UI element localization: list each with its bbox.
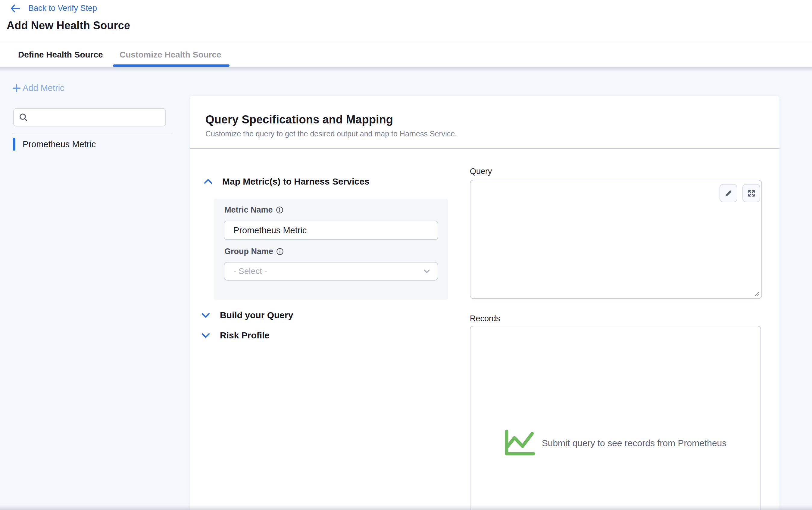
panel-subheading: Customize the query to get the desired o… [205,129,457,138]
tab-customize-health-source[interactable]: Customize Health Source [120,42,221,67]
info-icon[interactable] [276,248,284,255]
section-build-your-query-label: Build your Query [220,310,293,320]
section-risk-profile-label: Risk Profile [220,330,269,340]
arrow-left-icon [10,4,21,13]
metric-item-label: Prometheus Metric [23,140,96,149]
add-metric-label: Add Metric [23,83,64,93]
sidebar-divider [13,134,172,134]
records-empty-text: Submit query to see records from Prometh… [542,438,727,448]
metric-search-box [13,108,166,126]
expand-arrows-icon [747,189,756,198]
records-label: Records [470,314,500,323]
sidebar-item-prometheus-metric[interactable]: Prometheus Metric [13,138,96,151]
panel-heading: Query Specifications and Mapping [205,113,393,126]
query-specifications-panel: Query Specifications and Mapping Customi… [190,96,780,510]
metric-name-input[interactable] [224,221,438,240]
chevron-down-icon [201,332,210,339]
section-risk-profile[interactable]: Risk Profile [201,330,269,340]
search-icon [19,113,28,122]
page-header: Back to Verify Step Add New Health Sourc… [0,0,812,42]
chevron-up-icon [204,178,213,185]
metric-mapping-card: Metric Name Group Name [214,199,448,300]
plus-icon [12,84,21,93]
query-textarea[interactable] [470,180,761,298]
expand-query-button[interactable] [743,184,760,202]
query-editor-box [470,180,762,299]
edit-query-button[interactable] [720,184,737,202]
metric-search-input[interactable] [28,109,165,126]
records-empty-state: Submit query to see records from Prometh… [470,326,761,510]
group-name-placeholder: - Select - [233,266,267,276]
section-map-metrics[interactable]: Map Metric(s) to Harness Services [204,176,370,187]
group-name-label: Group Name [224,247,273,256]
chevron-down-icon [201,311,210,319]
group-name-label-row: Group Name [224,247,284,256]
textarea-resize-handle[interactable] [754,291,760,297]
page-title: Add New Health Source [7,19,130,32]
panel-divider [190,148,780,149]
metric-name-label: Metric Name [224,205,273,215]
query-label: Query [470,167,492,176]
section-build-your-query[interactable]: Build your Query [201,310,293,320]
back-to-verify-step-link[interactable]: Back to Verify Step [10,4,97,13]
add-metric-button[interactable]: Add Metric [12,83,64,93]
back-link-label: Back to Verify Step [28,4,97,13]
section-map-metrics-label: Map Metric(s) to Harness Services [222,176,370,187]
line-chart-icon [504,430,536,457]
health-source-tabbar: Define Health Source Customize Health So… [0,42,812,67]
selected-item-bar [13,138,16,151]
active-tab-indicator [113,64,230,67]
group-name-select[interactable]: - Select - [224,262,438,280]
metric-name-label-row: Metric Name [224,205,283,215]
chevron-down-icon [424,269,430,273]
info-icon[interactable] [276,206,283,214]
tabbar-shadow [0,67,812,72]
add-health-source-page: Back to Verify Step Add New Health Sourc… [0,0,812,510]
tab-define-health-source[interactable]: Define Health Source [18,42,103,67]
pencil-icon [724,189,733,198]
